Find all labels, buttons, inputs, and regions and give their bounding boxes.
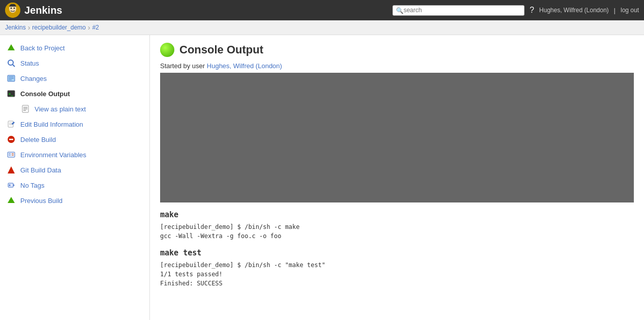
user-info: Hughes, Wilfred (London): [539, 7, 609, 14]
status-ball: [160, 43, 174, 57]
page-title-row: Console Output: [160, 43, 634, 57]
status-icon: [6, 58, 16, 68]
search-box[interactable]: [392, 5, 525, 16]
started-by: Started by user Hughes, Wilfred (London): [160, 62, 634, 70]
svg-marker-33: [8, 197, 15, 203]
svg-point-5: [8, 60, 13, 65]
svg-marker-29: [8, 166, 15, 173]
header-right: ? Hughes, Wilfred (London) | log out: [392, 5, 639, 16]
sidebar-item-status[interactable]: Status: [0, 55, 149, 71]
svg-point-32: [9, 185, 11, 186]
breadcrumb-project[interactable]: recipebuilder_demo: [32, 24, 85, 31]
svg-marker-4: [8, 44, 15, 50]
started-by-prefix: Started by user: [160, 62, 207, 70]
section2-code: [recipebuilder_demo] $ /bin/sh -c "make …: [160, 260, 634, 288]
help-icon[interactable]: ?: [530, 6, 534, 15]
started-by-user-link[interactable]: Hughes, Wilfred (London): [207, 62, 282, 70]
svg-text:>_: >_: [9, 92, 13, 96]
breadcrumb-sep-1: ›: [28, 23, 30, 32]
env-icon: [6, 150, 16, 160]
sidebar-item-back-to-project[interactable]: Back to Project: [0, 40, 149, 55]
plain-text-icon: [20, 104, 30, 114]
console-background: [160, 73, 634, 202]
edit-icon: [6, 119, 16, 129]
search-icon: [396, 7, 404, 14]
svg-point-3: [14, 8, 15, 9]
breadcrumb-sep-2: ›: [88, 23, 90, 32]
git-icon: [6, 165, 16, 175]
breadcrumb-build[interactable]: #2: [92, 24, 99, 31]
logout-link[interactable]: log out: [621, 7, 639, 14]
sidebar-item-edit-build-info[interactable]: Edit Build Information: [0, 117, 149, 132]
sidebar: Back to Project Status Changes: [0, 35, 150, 320]
search-input[interactable]: [404, 7, 521, 14]
delete-icon: [6, 134, 16, 144]
header: Jenkins ? Hughes, Wilfred (London) | log…: [0, 0, 644, 20]
tags-icon: [6, 180, 16, 190]
section1-title: make: [160, 210, 634, 219]
previous-build-icon: [6, 195, 16, 206]
svg-point-2: [11, 8, 12, 9]
sidebar-item-changes[interactable]: Changes: [0, 71, 149, 86]
page-title: Console Output: [179, 43, 263, 56]
main-content: Console Output Started by user Hughes, W…: [150, 35, 644, 320]
sidebar-item-previous-build[interactable]: Previous Build: [0, 193, 149, 208]
breadcrumb-jenkins[interactable]: Jenkins: [5, 24, 26, 31]
sidebar-item-console-output[interactable]: >_ Console Output: [0, 86, 149, 101]
breadcrumb: Jenkins › recipebuilder_demo › #2: [0, 20, 644, 35]
layout: Back to Project Status Changes: [0, 35, 644, 320]
console-icon: >_: [6, 89, 16, 99]
jenkins-logo: [5, 3, 20, 18]
sidebar-item-delete-build[interactable]: Delete Build: [0, 132, 149, 147]
svg-line-6: [13, 65, 15, 67]
sidebar-item-git-build-data[interactable]: Git Build Data: [0, 162, 149, 178]
separator: |: [614, 7, 616, 14]
sidebar-item-env-variables[interactable]: Environment Variables: [0, 147, 149, 162]
sidebar-item-view-as-plain-text[interactable]: View as plain text: [0, 101, 149, 117]
jenkins-title: Jenkins: [24, 5, 62, 16]
svg-marker-31: [13, 184, 15, 186]
section1-code: [recipebuilder_demo] $ /bin/sh -c make g…: [160, 222, 634, 241]
header-left: Jenkins: [5, 3, 62, 18]
svg-rect-24: [8, 152, 15, 157]
section2-title: make test: [160, 248, 634, 257]
sidebar-item-no-tags[interactable]: No Tags: [0, 178, 149, 193]
up-arrow-icon: [6, 43, 16, 53]
changes-icon: [6, 73, 16, 83]
